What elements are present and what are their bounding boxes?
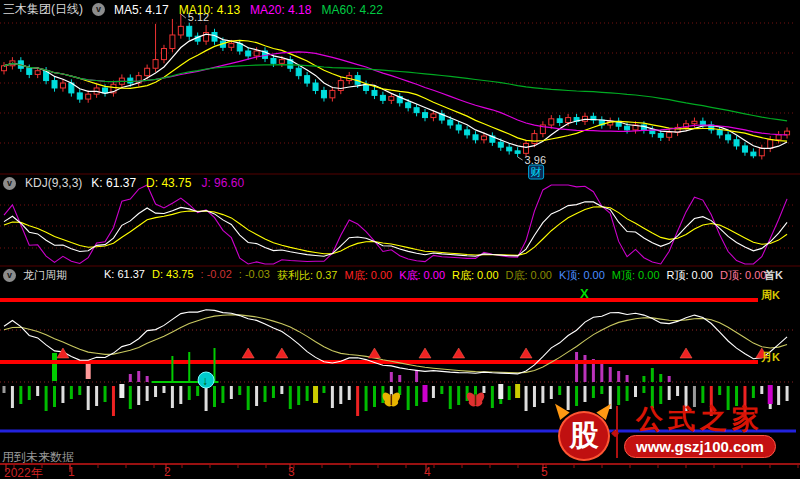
kdj-panel-header: v KDJ(9,3,3) K: 61.37D: 43.75J: 96.60: [3, 176, 244, 190]
timeline-month-label: 3: [288, 465, 295, 479]
longmen-indicator-name: 龙门周期: [23, 268, 67, 283]
main-panel-header: 三木集团(日线) v MA5: 4.17MA10: 4.13MA20: 4.18…: [3, 1, 383, 18]
indicator-value: K底: 0.00: [399, 268, 445, 283]
bull-seal-icon: 股: [556, 405, 610, 459]
indicator-value: D底: 0.00: [506, 268, 552, 283]
gszj-logo: 股 ◆ 公式之家 www.gszj100.com: [556, 405, 776, 459]
svg-text:3.96: 3.96: [525, 154, 546, 166]
svg-text:财: 财: [531, 166, 542, 178]
collapse-panel-icon[interactable]: v: [3, 177, 16, 190]
indicator-value: : -0.02: [201, 268, 232, 283]
longmen-values: K: 61.37D: 43.75: -0.02: -0.03获利比: 0.37M…: [104, 268, 766, 283]
stock-app-window: 5.123.96财X↓ 三木集团(日线) v MA5: 4.17MA10: 4.…: [0, 0, 800, 479]
indicator-value: D: 43.75: [152, 268, 194, 283]
indicator-value: M底: 0.00: [344, 268, 392, 283]
month-k-label: 月K: [761, 350, 780, 365]
indicator-value: K: 61.37: [104, 268, 145, 283]
stock-title: 三木集团(日线): [3, 1, 83, 18]
first-k-label: 首K: [764, 268, 783, 283]
indicator-value: MA10: 4.13: [179, 3, 240, 17]
logo-divider: ◆: [616, 406, 618, 458]
indicator-value: MA60: 4.22: [321, 3, 382, 17]
logo-char: 股: [570, 416, 599, 456]
indicator-value: MA20: 4.18: [250, 3, 311, 17]
indicator-value: K顶: 0.00: [559, 268, 605, 283]
timeline-month-label: 2: [164, 465, 171, 479]
future-data-watermark: 用到未来数据: [2, 449, 74, 466]
kdj-values: K: 61.37D: 43.75J: 96.60: [91, 176, 244, 190]
indicator-value: M顶: 0.00: [612, 268, 660, 283]
indicator-value: K: 61.37: [91, 176, 136, 190]
svg-text:↓: ↓: [202, 374, 208, 388]
indicator-value: D: 43.75: [146, 176, 191, 190]
indicator-value: : -0.03: [239, 268, 270, 283]
collapse-panel-icon[interactable]: v: [92, 3, 105, 16]
timeline-month-label: 2022年: [4, 465, 43, 479]
kdj-indicator-name: KDJ(9,3,3): [25, 176, 82, 190]
collapse-panel-icon[interactable]: v: [3, 269, 16, 282]
timeline-month-label: 1: [68, 465, 75, 479]
timeline-month-label: 4: [424, 465, 431, 479]
logo-url: www.gszj100.com: [624, 435, 776, 458]
indicator-value: R顶: 0.00: [667, 268, 713, 283]
logo-title: 公式之家: [636, 406, 764, 433]
svg-text:X: X: [580, 286, 589, 301]
ma-values: MA5: 4.17MA10: 4.13MA20: 4.18MA60: 4.22: [114, 3, 383, 17]
longmen-panel-header: v 龙门周期 K: 61.37D: 43.75: -0.02: -0.03获利比…: [3, 268, 766, 283]
indicator-value: MA5: 4.17: [114, 3, 169, 17]
week-k-label: 周K: [761, 288, 780, 303]
indicator-value: J: 96.60: [201, 176, 244, 190]
indicator-value: 获利比: 0.37: [277, 268, 338, 283]
timeline-month-label: 5: [541, 465, 548, 479]
diamond-icon: ◆: [611, 427, 619, 438]
indicator-value: D顶: 0.00: [720, 268, 766, 283]
indicator-value: R底: 0.00: [452, 268, 498, 283]
